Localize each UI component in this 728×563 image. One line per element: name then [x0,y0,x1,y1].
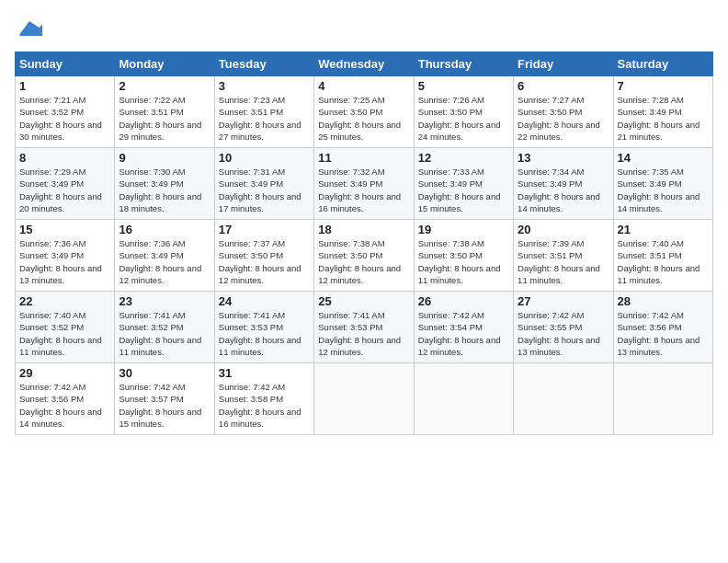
calendar-cell: 9 Sunrise: 7:30 AM Sunset: 3:49 PM Dayli… [115,148,214,220]
day-number: 9 [119,151,210,165]
calendar-cell: 31 Sunrise: 7:42 AM Sunset: 3:58 PM Dayl… [214,363,313,435]
day-info: Sunrise: 7:22 AM Sunset: 3:51 PM Dayligh… [119,94,210,143]
day-info: Sunrise: 7:25 AM Sunset: 3:50 PM Dayligh… [318,94,409,143]
day-info: Sunrise: 7:33 AM Sunset: 3:49 PM Dayligh… [418,166,509,214]
day-number: 23 [119,294,210,308]
calendar-cell: 29 Sunrise: 7:42 AM Sunset: 3:56 PM Dayl… [16,363,115,435]
day-info: Sunrise: 7:30 AM Sunset: 3:49 PM Dayligh… [119,166,210,214]
calendar-cell: 24 Sunrise: 7:41 AM Sunset: 3:53 PM Dayl… [214,292,313,363]
day-number: 27 [518,294,609,308]
logo-icon [17,15,42,40]
day-number: 1 [19,79,110,93]
day-info: Sunrise: 7:42 AM Sunset: 3:55 PM Dayligh… [518,309,609,358]
weekday-header-thursday: Thursday [414,52,513,76]
day-info: Sunrise: 7:42 AM Sunset: 3:57 PM Dayligh… [119,381,210,430]
day-number: 21 [618,223,709,236]
weekday-header-friday: Friday [514,52,613,76]
calendar-cell: 23 Sunrise: 7:41 AM Sunset: 3:52 PM Dayl… [115,292,214,363]
calendar-cell: 5 Sunrise: 7:26 AM Sunset: 3:50 PM Dayli… [414,76,513,148]
day-info: Sunrise: 7:41 AM Sunset: 3:52 PM Dayligh… [119,309,210,358]
calendar-cell: 14 Sunrise: 7:35 AM Sunset: 3:49 PM Dayl… [613,148,712,220]
weekday-header-wednesday: Wednesday [314,52,414,76]
day-info: Sunrise: 7:39 AM Sunset: 3:51 PM Dayligh… [518,237,609,286]
page-header [15,15,713,44]
calendar-cell [414,363,513,435]
svg-marker-0 [20,21,43,36]
day-number: 19 [418,223,509,236]
day-number: 17 [219,223,310,236]
calendar-cell: 4 Sunrise: 7:25 AM Sunset: 3:50 PM Dayli… [314,76,414,148]
calendar-cell: 30 Sunrise: 7:42 AM Sunset: 3:57 PM Dayl… [115,363,214,435]
day-info: Sunrise: 7:21 AM Sunset: 3:52 PM Dayligh… [19,94,110,143]
calendar-cell [314,363,414,435]
calendar-cell: 25 Sunrise: 7:41 AM Sunset: 3:53 PM Dayl… [314,292,414,363]
calendar-cell: 28 Sunrise: 7:42 AM Sunset: 3:56 PM Dayl… [613,292,712,363]
day-number: 12 [418,151,509,165]
day-info: Sunrise: 7:32 AM Sunset: 3:49 PM Dayligh… [318,166,409,214]
day-number: 31 [219,366,310,380]
calendar-cell: 3 Sunrise: 7:23 AM Sunset: 3:51 PM Dayli… [214,76,313,148]
day-number: 20 [518,223,609,236]
day-number: 22 [19,294,110,308]
day-info: Sunrise: 7:42 AM Sunset: 3:56 PM Dayligh… [19,381,110,430]
calendar-cell: 20 Sunrise: 7:39 AM Sunset: 3:51 PM Dayl… [514,220,613,292]
day-info: Sunrise: 7:42 AM Sunset: 3:54 PM Dayligh… [418,309,509,358]
day-info: Sunrise: 7:31 AM Sunset: 3:49 PM Dayligh… [219,166,310,214]
calendar-cell: 21 Sunrise: 7:40 AM Sunset: 3:51 PM Dayl… [613,220,712,292]
weekday-header-sunday: Sunday [16,52,115,76]
day-number: 2 [119,79,210,93]
weekday-header-saturday: Saturday [613,52,712,76]
day-number: 16 [119,223,210,236]
calendar-cell: 27 Sunrise: 7:42 AM Sunset: 3:55 PM Dayl… [514,292,613,363]
day-info: Sunrise: 7:36 AM Sunset: 3:49 PM Dayligh… [19,237,110,286]
day-number: 10 [219,151,310,165]
day-info: Sunrise: 7:42 AM Sunset: 3:56 PM Dayligh… [618,309,709,358]
day-number: 5 [418,79,509,93]
day-info: Sunrise: 7:37 AM Sunset: 3:50 PM Dayligh… [219,237,310,286]
calendar-cell: 8 Sunrise: 7:29 AM Sunset: 3:49 PM Dayli… [16,148,115,220]
day-number: 6 [518,79,609,93]
calendar-cell: 19 Sunrise: 7:38 AM Sunset: 3:50 PM Dayl… [414,220,513,292]
day-number: 29 [19,366,110,380]
day-number: 14 [618,151,709,165]
day-number: 15 [19,223,110,236]
calendar-cell: 17 Sunrise: 7:37 AM Sunset: 3:50 PM Dayl… [214,220,313,292]
calendar-cell: 15 Sunrise: 7:36 AM Sunset: 3:49 PM Dayl… [16,220,115,292]
calendar-cell: 16 Sunrise: 7:36 AM Sunset: 3:49 PM Dayl… [115,220,214,292]
calendar-cell: 10 Sunrise: 7:31 AM Sunset: 3:49 PM Dayl… [214,148,313,220]
day-info: Sunrise: 7:40 AM Sunset: 3:52 PM Dayligh… [19,309,110,358]
day-number: 26 [418,294,509,308]
day-info: Sunrise: 7:42 AM Sunset: 3:58 PM Dayligh… [219,381,310,430]
day-number: 24 [219,294,310,308]
weekday-header-monday: Monday [115,52,214,76]
day-info: Sunrise: 7:40 AM Sunset: 3:51 PM Dayligh… [618,237,709,286]
calendar-cell [613,363,712,435]
day-number: 8 [19,151,110,165]
day-info: Sunrise: 7:29 AM Sunset: 3:49 PM Dayligh… [19,166,110,214]
day-info: Sunrise: 7:27 AM Sunset: 3:50 PM Dayligh… [518,94,609,143]
day-number: 25 [318,294,409,308]
day-number: 28 [618,294,709,308]
day-info: Sunrise: 7:38 AM Sunset: 3:50 PM Dayligh… [418,237,509,286]
calendar-cell: 6 Sunrise: 7:27 AM Sunset: 3:50 PM Dayli… [514,76,613,148]
calendar-cell: 18 Sunrise: 7:38 AM Sunset: 3:50 PM Dayl… [314,220,414,292]
day-number: 7 [618,79,709,93]
day-info: Sunrise: 7:41 AM Sunset: 3:53 PM Dayligh… [219,309,310,358]
weekday-header-tuesday: Tuesday [214,52,313,76]
day-info: Sunrise: 7:34 AM Sunset: 3:49 PM Dayligh… [518,166,609,214]
logo [15,15,42,44]
day-info: Sunrise: 7:23 AM Sunset: 3:51 PM Dayligh… [219,94,310,143]
day-info: Sunrise: 7:28 AM Sunset: 3:49 PM Dayligh… [618,94,709,143]
day-info: Sunrise: 7:36 AM Sunset: 3:49 PM Dayligh… [119,237,210,286]
calendar-cell: 1 Sunrise: 7:21 AM Sunset: 3:52 PM Dayli… [16,76,115,148]
calendar-table: SundayMondayTuesdayWednesdayThursdayFrid… [15,52,713,435]
day-info: Sunrise: 7:26 AM Sunset: 3:50 PM Dayligh… [418,94,509,143]
day-info: Sunrise: 7:35 AM Sunset: 3:49 PM Dayligh… [618,166,709,214]
calendar-cell: 13 Sunrise: 7:34 AM Sunset: 3:49 PM Dayl… [514,148,613,220]
day-number: 13 [518,151,609,165]
day-number: 18 [318,223,409,236]
day-number: 4 [318,79,409,93]
calendar-cell: 12 Sunrise: 7:33 AM Sunset: 3:49 PM Dayl… [414,148,513,220]
calendar-cell: 11 Sunrise: 7:32 AM Sunset: 3:49 PM Dayl… [314,148,414,220]
calendar-cell: 2 Sunrise: 7:22 AM Sunset: 3:51 PM Dayli… [115,76,214,148]
